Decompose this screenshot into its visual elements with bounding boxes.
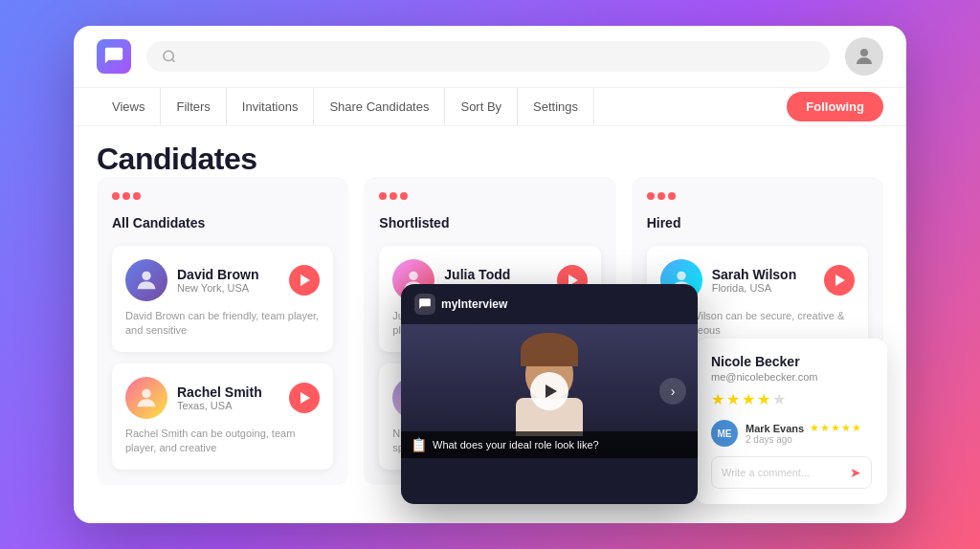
user-avatar[interactable] [845,37,883,76]
video-caption-bar: 📋 What does your ideal role look like? [401,431,698,458]
video-brand-label: myInterview [441,297,507,311]
card-david-brown[interactable]: David Brown New York, USA David Brown ca… [112,246,333,352]
play-david[interactable] [289,265,320,296]
loc-rachel: Texas, USA [177,400,279,411]
rating-stars: ★ ★ ★ ★ ★ [711,390,872,408]
nav-sort-by[interactable]: Sort By [445,88,518,125]
nav-settings[interactable]: Settings [518,88,594,125]
svg-point-0 [164,51,173,60]
caption-icon: 📋 [411,437,427,452]
following-button[interactable]: Following [787,92,883,121]
name-rachel: Rachel Smith [177,384,279,400]
main-window: Views Filters Invitations Share Candidat… [74,26,906,523]
video-content: › 📋 What does your ideal role look like? [401,324,698,458]
comment-placeholder: Write a comment... [722,467,810,478]
svg-point-2 [142,272,150,280]
reviewer-row: ME Mark Evans ★ ★ ★ ★ ★ 2 days ago [711,420,872,447]
caption-text: What does your ideal role look like? [433,439,599,450]
desc-david: David Brown can be friendly, team player… [125,309,320,339]
loc-sarah: Florida, USA [712,282,814,294]
name-julia: Julia Todd [444,267,546,282]
reviewer-rating: ★ ★ ★ ★ ★ [810,422,861,434]
logo [97,39,131,74]
col-dots [112,192,333,200]
page-header: Candidates [74,126,906,177]
video-play-button[interactable] [530,372,568,410]
desc-rachel: Rachel Smith can be outgoing, team playe… [125,427,320,456]
col-title-all: All Candidates [112,215,333,231]
search-input[interactable] [184,49,814,64]
reviewer-avatar: ME [711,420,738,447]
avatar-rachel [125,377,167,419]
search-bar [146,41,830,72]
col-dots-2 [379,192,600,200]
top-bar [74,26,906,88]
svg-point-6 [677,272,685,280]
reviewer-time: 2 days ago [746,434,872,445]
side-panel-name: Nicole Becker [711,354,872,369]
comment-box[interactable]: Write a comment... ➤ [711,456,872,489]
avatar-david [125,259,167,301]
video-panel: myInterview › 📋 What does your ideal rol… [401,284,698,504]
svg-point-3 [142,388,150,397]
page-title: Candidates [97,142,883,177]
side-panel: Nicole Becker me@nicolebecker.com ★ ★ ★ … [696,339,887,504]
nav-bar: Views Filters Invitations Share Candidat… [74,88,906,126]
name-david: David Brown [177,267,279,282]
nav-views[interactable]: Views [97,88,161,125]
col-title-shortlisted: Shortlisted [379,215,600,231]
video-next-button[interactable]: › [659,378,686,405]
video-logo [414,294,435,315]
loc-david: New York, USA [177,282,279,294]
name-sarah: Sarah Wilson [712,267,814,282]
svg-point-1 [860,49,868,56]
nav-filters[interactable]: Filters [161,88,226,125]
reviewer-name: Mark Evans [746,423,804,434]
nav-share-candidates[interactable]: Share Candidates [314,88,445,125]
col-dots-3 [647,192,868,200]
column-all-candidates: All Candidates David Brown New York, USA… [97,177,348,485]
play-sarah[interactable] [824,265,855,296]
side-panel-email: me@nicolebecker.com [711,371,872,383]
col-title-hired: Hired [647,215,868,231]
play-rachel[interactable] [289,383,320,413]
nav-invitations[interactable]: Invitations [227,88,315,125]
send-icon[interactable]: ➤ [850,465,861,480]
card-rachel-smith[interactable]: Rachel Smith Texas, USA Rachel Smith can… [112,363,333,470]
svg-point-4 [410,272,418,280]
